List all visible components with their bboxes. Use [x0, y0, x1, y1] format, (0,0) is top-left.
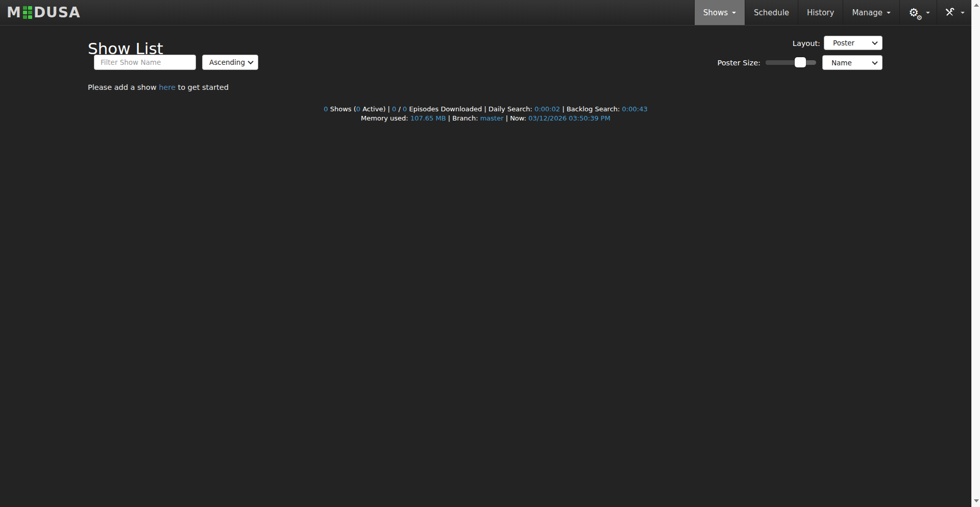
- footer-stats-line2: Memory used: 107.65 MB | Branch: master …: [0, 114, 971, 123]
- footer-link[interactable]: 03/12/2026 03:50:39 PM: [528, 114, 610, 122]
- slider-thumb[interactable]: [795, 57, 806, 67]
- footer-text: | Now:: [504, 114, 529, 122]
- empty-state-text: to get started: [176, 83, 229, 91]
- empty-state-text: Please add a show: [88, 83, 159, 91]
- footer-link[interactable]: 0:00:43: [622, 105, 648, 113]
- chevron-down-icon: [872, 39, 877, 45]
- footer-stats: 0 Shows (0 Active) | 0 / 0 Episodes Down…: [0, 105, 971, 123]
- footer-text: Shows (: [328, 105, 356, 113]
- top-navbar: M DUSA Shows Schedule History Manage ⚙⚙: [0, 0, 971, 26]
- empty-state-message: Please add a show here to get started: [88, 83, 229, 91]
- footer-text: Active) |: [360, 105, 392, 113]
- footer-link[interactable]: 0: [324, 105, 328, 113]
- poster-size-label: Poster Size:: [694, 59, 761, 67]
- caret-down-icon: [732, 12, 736, 14]
- footer-text: | Branch:: [446, 114, 480, 122]
- gear-small-icon: ⚙: [916, 14, 922, 21]
- footer-link[interactable]: master: [480, 114, 504, 122]
- footer-text: Episodes Downloaded | Daily Search:: [407, 105, 534, 113]
- nav-label: Schedule: [754, 8, 789, 17]
- medusa-app: M DUSA Shows Schedule History Manage ⚙⚙: [0, 0, 980, 507]
- add-show-link[interactable]: here: [159, 83, 176, 91]
- nav-item-config[interactable]: ⚙⚙: [899, 0, 937, 25]
- medusa-logo[interactable]: M DUSA: [0, 0, 81, 25]
- nav-label: Manage: [852, 8, 883, 17]
- sort-direction-select[interactable]: Ascending: [202, 55, 258, 70]
- footer-link[interactable]: 0:00:02: [534, 105, 560, 113]
- caret-down-icon: [926, 12, 930, 14]
- footer-link[interactable]: 0: [356, 105, 360, 113]
- layout-label: Layout:: [750, 39, 820, 47]
- logo-grid-icon: [23, 6, 32, 19]
- nav-item-history[interactable]: History: [798, 0, 843, 25]
- logo-text-post: DUSA: [34, 4, 81, 21]
- layout-select[interactable]: Poster: [824, 36, 883, 50]
- caret-down-icon: [887, 12, 891, 14]
- footer-text: Memory used:: [361, 114, 410, 122]
- tools-icon: [944, 7, 955, 18]
- caret-down-icon: [961, 12, 965, 14]
- vertical-scrollbar[interactable]: [971, 0, 980, 507]
- layout-value: Poster: [833, 39, 854, 47]
- nav-item-shows[interactable]: Shows: [694, 0, 745, 25]
- footer-text: /: [396, 105, 403, 113]
- scroll-up-button[interactable]: [972, 1, 980, 9]
- nav-item-schedule[interactable]: Schedule: [745, 0, 798, 25]
- sort-by-value: Name: [831, 59, 852, 67]
- poster-size-slider[interactable]: [766, 57, 816, 67]
- slider-fill: [766, 60, 795, 65]
- nav-label: Shows: [703, 8, 728, 17]
- sort-direction-value: Ascending: [209, 58, 245, 66]
- gear-icon: ⚙⚙: [906, 7, 921, 18]
- sort-by-select[interactable]: Name: [822, 55, 883, 70]
- scroll-up-icon: [974, 4, 979, 7]
- nav-item-tools[interactable]: [937, 0, 971, 25]
- logo-text-pre: M: [7, 4, 21, 21]
- footer-text: | Backlog Search:: [560, 105, 622, 113]
- nav-item-manage[interactable]: Manage: [843, 0, 899, 25]
- chevron-down-icon: [872, 59, 877, 64]
- scroll-down-button[interactable]: [972, 497, 980, 505]
- nav-label: History: [807, 8, 834, 17]
- main-navigation: Shows Schedule History Manage ⚙⚙: [694, 0, 971, 25]
- chevron-down-icon: [248, 59, 253, 64]
- footer-stats-line1: 0 Shows (0 Active) | 0 / 0 Episodes Down…: [0, 105, 971, 114]
- scroll-down-icon: [974, 499, 979, 502]
- footer-link[interactable]: 107.65 MB: [410, 114, 446, 122]
- filter-show-name-input[interactable]: [94, 55, 196, 70]
